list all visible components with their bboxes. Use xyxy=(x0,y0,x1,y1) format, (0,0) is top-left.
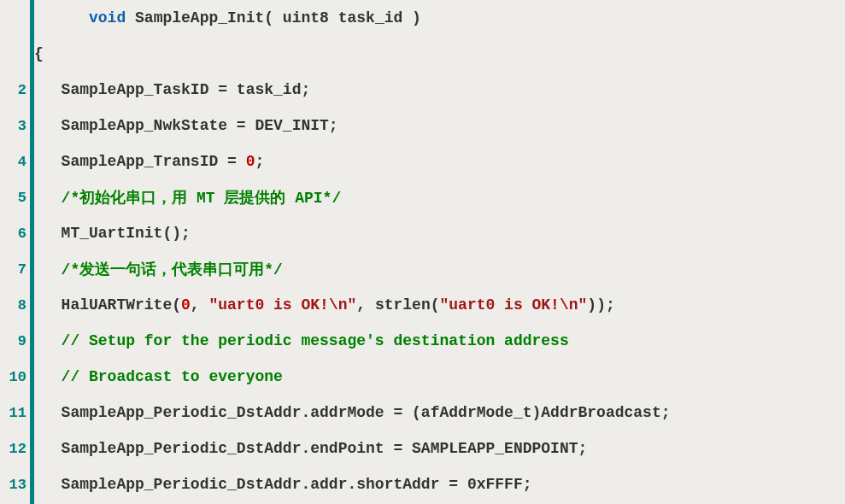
code-line: SampleApp_Periodic_DstAddr.addr.shortAdd… xyxy=(34,466,845,502)
line-number: 4 xyxy=(0,144,30,179)
string-literal: "uart0 is OK!\n" xyxy=(208,296,356,314)
code-line: /*发送一句话，代表串口可用*/ xyxy=(34,251,845,287)
comment: /*初始化串口，用 MT 层提供的 API*/ xyxy=(43,187,341,208)
code-text: SampleApp_Periodic_DstAddr.addr.shortAdd… xyxy=(43,476,532,493)
line-number: 11 xyxy=(0,395,30,431)
comment: /*发送一句话，代表串口可用*/ xyxy=(43,259,283,279)
code-line: /*初始化串口，用 MT 层提供的 API*/ xyxy=(34,179,845,215)
code-text: SampleApp_Periodic_DstAddr.endPoint = SA… xyxy=(43,440,587,457)
code-text: SampleApp_Init( uint8 task_id ) xyxy=(126,9,421,26)
line-number: 2 xyxy=(0,72,30,108)
comment: // Broadcast to everyone xyxy=(43,368,283,385)
comment: // Setup for the periodic message's dest… xyxy=(43,332,569,349)
code-text: )); xyxy=(587,296,614,314)
line-number-gutter: 2 3 4 5 6 7 8 9 10 11 12 13 xyxy=(0,0,34,504)
line-number: 6 xyxy=(0,215,30,251)
code-line: // Broadcast to everyone xyxy=(34,359,845,395)
line-number: 5 xyxy=(0,179,30,215)
number-literal: 0 xyxy=(246,153,255,170)
code-text: ; xyxy=(255,153,264,170)
code-line: MT_UartInit(); xyxy=(34,215,845,251)
code-text xyxy=(43,9,89,26)
code-content[interactable]: void SampleApp_Init( uint8 task_id ) { S… xyxy=(34,0,845,504)
code-line: void SampleApp_Init( uint8 task_id ) xyxy=(34,0,845,36)
code-line: SampleApp_TransID = 0; xyxy=(34,144,845,179)
code-text: SampleApp_Periodic_DstAddr.addrMode = (a… xyxy=(43,404,671,421)
code-text: , strlen( xyxy=(356,296,439,314)
line-number: 3 xyxy=(0,108,30,144)
code-line: HalUARTWrite(0, "uart0 is OK!\n", strlen… xyxy=(34,287,845,323)
code-line: SampleApp_NwkState = DEV_INIT; xyxy=(34,108,845,144)
line-number: 7 xyxy=(0,251,30,287)
number-literal: 0 xyxy=(181,296,191,314)
line-number: 12 xyxy=(0,431,30,466)
string-literal: "uart0 is OK!\n" xyxy=(440,296,588,314)
brace-open: { xyxy=(34,45,44,62)
code-line: SampleApp_Periodic_DstAddr.endPoint = SA… xyxy=(34,431,845,466)
code-line: { xyxy=(34,36,845,72)
code-text: SampleApp_TransID = xyxy=(43,153,246,170)
line-number: 8 xyxy=(0,287,30,323)
line-number: 13 xyxy=(0,466,30,502)
code-text: HalUARTWrite( xyxy=(43,296,181,314)
line-number: 9 xyxy=(0,323,30,359)
code-editor: 2 3 4 5 6 7 8 9 10 11 12 13 void SampleA… xyxy=(0,0,845,504)
code-text: , xyxy=(191,296,209,314)
code-line: SampleApp_Periodic_DstAddr.addrMode = (a… xyxy=(34,395,845,431)
code-line: SampleApp_TaskID = task_id; xyxy=(34,72,845,108)
code-line: // Setup for the periodic message's dest… xyxy=(34,323,845,359)
code-text: SampleApp_TaskID = task_id; xyxy=(43,81,310,98)
line-number: 10 xyxy=(0,359,30,395)
code-text: SampleApp_NwkState = DEV_INIT; xyxy=(43,117,338,134)
keyword-void: void xyxy=(89,9,126,26)
code-text: MT_UartInit(); xyxy=(43,225,191,242)
line-number xyxy=(0,0,30,72)
